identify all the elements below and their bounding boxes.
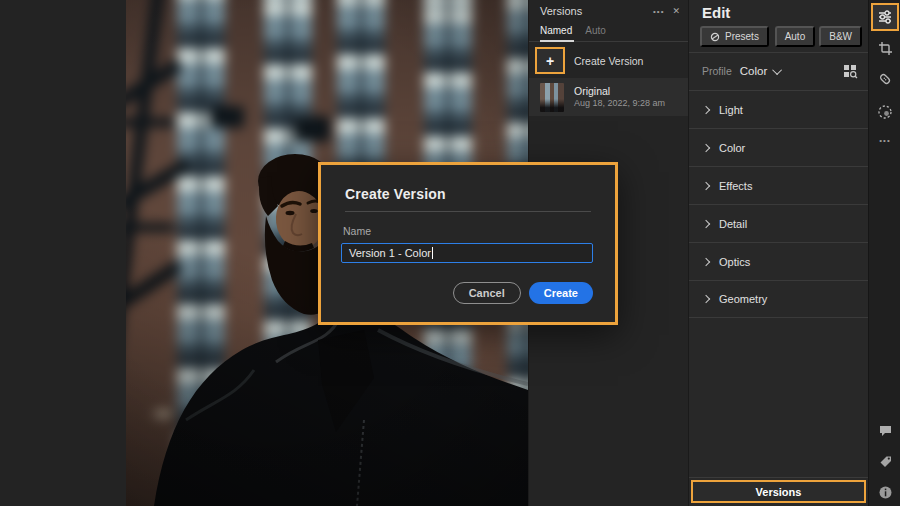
versions-panel-title: Versions — [540, 5, 653, 17]
create-version-dialog: Create Version Name Version 1 - Color Ca… — [318, 162, 618, 325]
section-label: Detail — [719, 218, 747, 230]
plus-icon[interactable]: + — [546, 54, 554, 68]
chevron-right-icon — [702, 295, 710, 303]
tool-slot — [869, 421, 900, 439]
version-list-item[interactable]: Original Aug 18, 2022, 9:28 am — [529, 78, 688, 116]
versions-tabs: Named Auto — [529, 22, 688, 42]
edit-sliders-icon[interactable] — [877, 9, 893, 25]
comment-icon[interactable] — [878, 423, 893, 438]
section-label: Color — [719, 142, 745, 154]
tool-slot — [869, 39, 900, 57]
bw-button[interactable]: B&W — [819, 26, 862, 47]
panel-menu-icon[interactable]: ••• — [653, 7, 664, 16]
versions-button-highlight-box: Versions — [691, 480, 866, 503]
text-cursor — [432, 247, 433, 259]
dialog-divider — [345, 211, 591, 212]
version-name-value: Version 1 - Color — [349, 247, 431, 259]
presets-button-label: Presets — [725, 31, 759, 42]
lightroom-app: Versions ••• ✕ Named Auto + Create Versi… — [0, 0, 900, 506]
chevron-right-icon — [702, 181, 710, 189]
edit-panel-title: Edit — [702, 4, 730, 21]
chevron-down-icon[interactable] — [772, 65, 782, 75]
tool-slot — [869, 452, 900, 470]
divider — [689, 52, 868, 53]
chevron-right-icon — [702, 143, 710, 151]
tool-slot — [869, 70, 900, 88]
edit-tool-highlight-box — [871, 3, 899, 31]
version-name-input[interactable]: Version 1 - Color — [341, 243, 593, 263]
version-name: Original — [574, 85, 665, 98]
healing-brush-icon[interactable] — [877, 71, 893, 87]
crop-icon[interactable] — [878, 41, 893, 56]
create-version-label[interactable]: Create Version — [574, 55, 643, 67]
version-thumbnail — [540, 83, 564, 112]
chevron-right-icon — [702, 257, 710, 265]
tool-slot: ••• — [869, 133, 900, 147]
masking-icon[interactable] — [877, 104, 893, 120]
tool-slot — [869, 103, 900, 121]
tab-named[interactable]: Named — [540, 25, 572, 41]
create-version-row: + Create Version — [535, 47, 688, 74]
section-optics[interactable]: Optics — [689, 242, 868, 280]
version-item-text: Original Aug 18, 2022, 9:28 am — [574, 85, 665, 109]
section-color[interactable]: Color — [689, 128, 868, 166]
profile-label: Profile — [702, 65, 732, 77]
profile-value-dropdown[interactable]: Color — [740, 65, 767, 77]
tab-auto[interactable]: Auto — [585, 25, 606, 41]
section-effects[interactable]: Effects — [689, 166, 868, 204]
presets-icon — [710, 32, 720, 42]
panel-close-icon[interactable]: ✕ — [672, 6, 680, 16]
dialog-title: Create Version — [345, 186, 446, 202]
chevron-right-icon — [702, 219, 710, 227]
chevron-right-icon — [702, 105, 710, 113]
create-version-highlight-box: + — [535, 47, 565, 74]
versions-button[interactable]: Versions — [756, 486, 802, 498]
divider — [689, 477, 868, 478]
more-tools-icon[interactable]: ••• — [879, 136, 890, 145]
name-field-label: Name — [343, 225, 371, 237]
profile-row: Profile Color — [702, 58, 858, 84]
edit-sections: Light Color Effects Detail Optics Geomet… — [689, 90, 868, 318]
versions-panel-header: Versions ••• ✕ — [529, 0, 688, 22]
version-date: Aug 18, 2022, 9:28 am — [574, 98, 665, 109]
bw-button-label: B&W — [829, 31, 852, 42]
left-background-strip — [0, 0, 126, 506]
auto-button-label: Auto — [785, 31, 806, 42]
right-tool-rail: ••• — [868, 0, 900, 506]
info-icon[interactable] — [878, 485, 893, 500]
keyword-tag-icon[interactable] — [878, 454, 893, 469]
auto-button[interactable]: Auto — [775, 26, 816, 47]
create-button[interactable]: Create — [529, 282, 593, 304]
section-geometry[interactable]: Geometry — [689, 280, 868, 318]
edit-panel-toolbar: Presets Auto B&W — [700, 26, 862, 47]
cancel-button[interactable]: Cancel — [453, 282, 521, 304]
edit-panel: Edit Presets Auto B&W Profile Color — [688, 0, 868, 506]
section-label: Optics — [719, 256, 750, 268]
section-label: Light — [719, 104, 743, 116]
browse-profiles-icon[interactable] — [843, 64, 858, 79]
dialog-buttons: Cancel Create — [453, 282, 593, 304]
section-light[interactable]: Light — [689, 90, 868, 128]
section-label: Effects — [719, 180, 752, 192]
section-label: Geometry — [719, 293, 767, 305]
tool-slot — [869, 483, 900, 501]
presets-button[interactable]: Presets — [700, 26, 769, 47]
section-detail[interactable]: Detail — [689, 204, 868, 242]
